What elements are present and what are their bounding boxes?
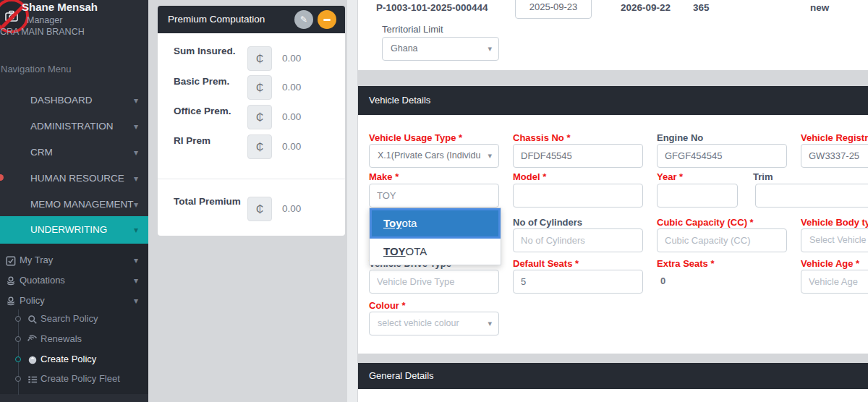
chassis-input[interactable]	[513, 144, 643, 168]
usage-type-label: Vehicle Usage Type *	[369, 132, 462, 143]
premium-row-label: Sum Insured.	[174, 45, 242, 57]
premium-row-value: 0.00	[282, 46, 301, 71]
chassis-label: Chassis No *	[513, 132, 570, 143]
search-icon	[27, 313, 38, 330]
vehicle-details-panel: Vehicle Details Vehicle Usage Type * X.1…	[358, 86, 868, 354]
tree-bullet	[15, 316, 21, 322]
chevron-down-icon: ▾	[134, 272, 138, 289]
general-details-panel: General Details	[358, 363, 868, 402]
section-title: General Details	[369, 363, 434, 389]
user-name: Shane Mensah	[22, 1, 98, 13]
colour-label: Colour *	[369, 300, 406, 311]
chevron-down-icon: ▾	[134, 118, 138, 135]
sidebar-item-create-policy-active[interactable]: Create Policy	[0, 351, 148, 368]
trim-input[interactable]	[755, 184, 868, 208]
section-title: Vehicle Details	[369, 86, 430, 115]
general-details-header: General Details	[358, 363, 868, 389]
sidebar-item-label: Policy	[20, 292, 45, 309]
sidebar-item-my-tray[interactable]: My Tray ▾	[0, 252, 148, 269]
premium-row-value: 0.00	[282, 134, 301, 159]
chevron-down-icon: ▾	[134, 196, 138, 213]
sidebar-item-label: DASHBOARD	[30, 92, 93, 109]
premium-row-label: Basic Prem.	[174, 75, 242, 87]
chevron-down-icon: ▾	[488, 145, 492, 167]
currency-box: ₵	[247, 105, 272, 129]
cubic-capacity-label: Cubic Capacity (CC) *	[657, 217, 754, 228]
sidebar-item-dashboard[interactable]: DASHBOARD ▾	[0, 92, 148, 109]
sidebar-item-quotations[interactable]: Quotations ▾	[0, 272, 148, 289]
sidebar: Shane Mensah Manager CRA MAIN BRANCH Nav…	[0, 0, 148, 402]
tree-bullet-active	[15, 356, 21, 362]
premium-panel-header: Premium Computation ✎	[158, 6, 345, 33]
drive-type-input[interactable]	[369, 270, 499, 294]
edit-button[interactable]: ✎	[294, 10, 313, 29]
engine-input[interactable]	[657, 144, 787, 168]
sidebar-item-human-resource[interactable]: HUMAN RESOURCE ▾	[0, 170, 148, 187]
content-gutter	[347, 0, 357, 402]
match-text: Toy	[383, 217, 402, 229]
currency-box: ₵	[247, 46, 272, 71]
cubic-capacity-input[interactable]	[657, 228, 787, 252]
make-autocomplete-dropdown: Toyota TOYOTA	[369, 208, 501, 265]
premium-row-value: 0.00	[282, 105, 301, 129]
territorial-limit-value: Ghana	[391, 43, 418, 54]
chevron-down-icon: ▾	[134, 144, 138, 161]
colour-select[interactable]: select vehicle colour ▾	[369, 312, 499, 335]
collapse-button[interactable]	[318, 10, 336, 29]
start-date-input[interactable]: 2025-09-23	[515, 0, 592, 19]
user-branch: CRA MAIN BRANCH	[0, 27, 85, 37]
sidebar-item-underwriting-active[interactable]: UNDERWRITING ▾	[0, 216, 148, 244]
sidebar-item-label: Search Policy	[41, 310, 98, 328]
usage-type-value: X.1(Private Cars (Individu	[378, 150, 480, 161]
engine-label: Engine No	[657, 132, 703, 143]
sidebar-item-label: Create Policy Fleet	[41, 370, 120, 388]
body-type-label: Vehicle Body typ	[801, 217, 868, 228]
make-input[interactable]	[369, 184, 499, 208]
check-square-icon	[6, 255, 16, 272]
premium-total-label: Total Premium	[174, 195, 242, 208]
policy-days: 365	[693, 2, 710, 13]
chevron-down-icon: ▾	[488, 312, 492, 335]
usage-type-select[interactable]: X.1(Private Cars (Individu ▾	[369, 144, 499, 168]
default-seats-input[interactable]	[513, 270, 643, 294]
chevron-down-icon: ▾	[134, 216, 138, 244]
premium-computation-panel: Premium Computation ✎ Sum Insured. ₵ 0.0…	[158, 6, 345, 236]
registration-input[interactable]	[801, 144, 868, 168]
autocomplete-option-toyota-highlighted[interactable]: Toyota	[370, 208, 501, 239]
sidebar-item-memo-management[interactable]: MEMO MANAGEMENT ▾	[0, 196, 148, 213]
body-type-select[interactable]: Select Vehicle	[801, 228, 868, 252]
divider	[158, 179, 345, 179]
policy-header-panel: P-1003-101-2025-000444 2025-09-23 2026-0…	[358, 0, 868, 70]
vehicle-age-input[interactable]	[801, 270, 868, 294]
sidebar-item-label: Renewals	[41, 330, 82, 348]
registration-label: Vehicle Registra	[801, 132, 868, 143]
sidebar-item-administration[interactable]: ADMINISTRATION ▾	[0, 118, 148, 135]
renewals-signal-icon	[27, 333, 38, 351]
make-label: Make *	[369, 171, 399, 182]
cylinders-input[interactable]	[513, 228, 643, 252]
currency-box: ₵	[247, 134, 272, 159]
record-circle-icon	[27, 354, 38, 371]
chevron-down-icon: ▾	[134, 92, 138, 109]
sidebar-item-label: CRM	[30, 144, 53, 161]
sidebar-item-create-policy-fleet[interactable]: Create Policy Fleet	[0, 370, 148, 388]
sidebar-item-renewals[interactable]: Renewals	[0, 330, 148, 348]
sidebar-item-crm[interactable]: CRM ▾	[0, 144, 148, 161]
vehicle-details-header: Vehicle Details	[358, 86, 868, 115]
policy-status: new	[810, 2, 829, 13]
sidebar-item-policy[interactable]: Policy ▾	[0, 292, 148, 309]
end-date: 2026-09-22	[621, 2, 671, 13]
body-type-value: Select Vehicle	[809, 235, 867, 245]
territorial-limit-select[interactable]: Ghana ▾	[382, 37, 499, 61]
year-input[interactable]	[657, 184, 738, 208]
sidebar-item-search-policy[interactable]: Search Policy	[0, 310, 148, 328]
chevron-down-icon: ▾	[134, 292, 138, 309]
chevron-down-icon: ▾	[134, 252, 138, 269]
rest-text: OTA	[406, 245, 427, 257]
chevron-down-icon: ▾	[488, 38, 492, 60]
autocomplete-option-toyota-caps[interactable]: TOYOTA	[370, 239, 501, 265]
minus-icon	[323, 19, 331, 21]
model-input[interactable]	[513, 184, 643, 208]
trim-label: Trim	[753, 171, 773, 182]
extra-seats-label: Extra Seats *	[657, 258, 715, 269]
